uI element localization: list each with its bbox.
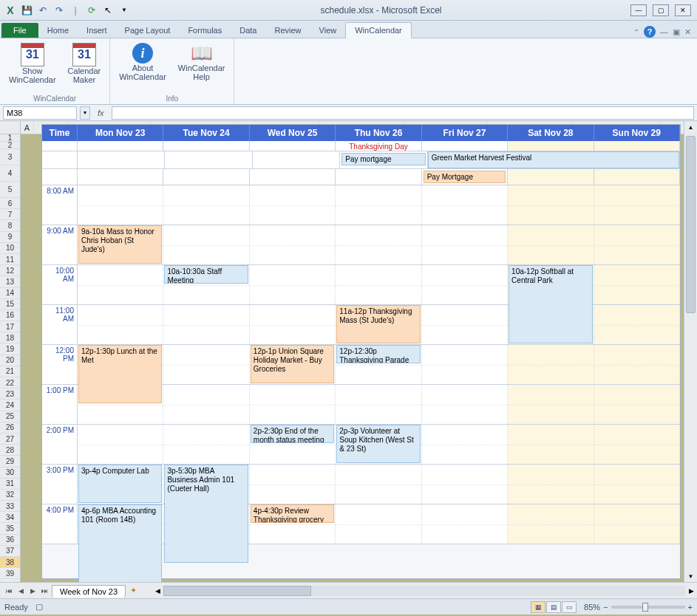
row-header[interactable]: 15	[0, 299, 20, 310]
mdi-minimize-icon[interactable]: —	[660, 27, 668, 36]
calendar-cell[interactable]	[594, 465, 680, 504]
calendar-cell[interactable]	[336, 465, 421, 504]
calendar-cell[interactable]	[422, 225, 508, 264]
row-header[interactable]: 36	[0, 535, 20, 546]
row-header[interactable]: 37	[0, 546, 20, 557]
appointment[interactable]: 2p-2:30p End of the month status meeting	[251, 425, 334, 443]
sheet-nav-prev[interactable]: ◀	[15, 585, 27, 597]
save-icon[interactable]: 💾	[19, 3, 34, 18]
row-header[interactable]: 5	[0, 182, 20, 198]
page-break-view-button[interactable]: ▭	[562, 601, 577, 613]
ribbon-minimize-icon[interactable]: ⌃	[633, 28, 639, 36]
allday-event[interactable]: Green Market Harvest Festival	[428, 151, 679, 168]
row-header[interactable]: 33	[0, 501, 20, 512]
calendar-cell[interactable]	[594, 425, 680, 464]
row-header[interactable]: 2	[0, 142, 20, 149]
calendar-cell[interactable]	[78, 425, 163, 464]
redo-icon[interactable]: ↷	[52, 3, 67, 18]
name-box[interactable]: M38	[3, 106, 77, 120]
zoom-in-button[interactable]: +	[688, 603, 693, 612]
row-header[interactable]: 6	[0, 198, 20, 209]
calendar-cell[interactable]: 12p-1p Union Square Holiday Market - Buy…	[250, 345, 336, 384]
calendar-cell[interactable]	[508, 425, 594, 464]
mdi-restore-icon[interactable]: ▣	[673, 27, 680, 37]
calendar-cell[interactable]	[163, 385, 249, 424]
calendar-cell[interactable]: 3p-5:30p MBA Business Admin 101 (Cueter …	[163, 465, 249, 504]
appointment[interactable]: 3p-4p Computer Lab	[78, 465, 162, 503]
worksheet-grid[interactable]: 1234567891011121314151617181920212223242…	[0, 121, 697, 582]
calendar-cell[interactable]	[250, 465, 336, 504]
select-all-cell[interactable]	[0, 121, 20, 134]
row-header[interactable]: 29	[0, 456, 20, 467]
calendar-cell[interactable]	[250, 385, 336, 424]
appointment[interactable]: 2p-3p Volunteer at Soup Kitchen (West St…	[336, 425, 420, 463]
calendar-cell[interactable]: 2p-3p Volunteer at Soup Kitchen (West St…	[336, 425, 421, 464]
row-header[interactable]: 14	[0, 288, 20, 299]
horizontal-scrollbar[interactable]: ◀ ▶	[152, 585, 697, 597]
row-header[interactable]: 11	[0, 254, 20, 265]
zoom-out-button[interactable]: −	[603, 603, 608, 612]
calendar-cell[interactable]	[78, 305, 163, 344]
row-header[interactable]: 35	[0, 523, 20, 534]
allday-event[interactable]: Pay Mortgage	[424, 171, 506, 183]
page-layout-view-button[interactable]: ▤	[546, 601, 561, 613]
calendar-cell[interactable]	[250, 305, 336, 344]
row-header[interactable]: 25	[0, 411, 20, 422]
row-header[interactable]: 9	[0, 232, 20, 243]
calendar-cell[interactable]	[250, 225, 336, 264]
fx-icon[interactable]: fx	[93, 109, 109, 117]
formula-input[interactable]	[112, 106, 694, 120]
calendar-cell[interactable]	[250, 265, 336, 304]
appointment[interactable]: 11a-12p Thanksgiving Mass (St Jude's)	[336, 305, 420, 343]
calendar-cell[interactable]	[78, 185, 163, 225]
tab-review[interactable]: Review	[265, 23, 310, 38]
calendar-cell[interactable]	[508, 465, 594, 504]
appointment[interactable]: 12p-12:30p Thanksgiving Parade	[336, 345, 420, 363]
macro-record-icon[interactable]: ▢	[35, 602, 43, 612]
row-header[interactable]: 28	[0, 445, 20, 456]
about-wincalendar-button[interactable]: i About WinCalendar	[115, 41, 171, 93]
calendar-cell[interactable]	[422, 465, 508, 504]
calendar-cell[interactable]: 9a-10a Mass to Honor Chris Hoban (St Jud…	[78, 225, 163, 264]
row-header[interactable]: 27	[0, 434, 20, 445]
tab-view[interactable]: View	[310, 23, 346, 38]
refresh-icon[interactable]: ⟳	[84, 3, 99, 18]
calendar-cell[interactable]	[508, 225, 594, 264]
calendar-cell[interactable]	[163, 345, 249, 384]
calendar-cell[interactable]	[594, 504, 680, 544]
calendar-cell[interactable]	[422, 305, 508, 344]
grid-main[interactable]: ABCDEFGHI Time Mon Nov 23 Tue Nov 24 Wed…	[21, 121, 684, 582]
calendar-cell[interactable]: 3p-4p Computer Lab	[78, 465, 163, 504]
calendar-cell[interactable]	[508, 504, 594, 544]
sheet-nav-next[interactable]: ▶	[27, 585, 38, 597]
row-header[interactable]: 32	[0, 490, 20, 501]
row-header[interactable]: 16	[0, 310, 20, 321]
calendar-cell[interactable]	[163, 305, 249, 344]
appointment[interactable]: 12p-1:30p Lunch at the Met	[78, 345, 162, 403]
calendar-cell[interactable]	[508, 345, 594, 384]
calendar-cell[interactable]	[422, 345, 508, 384]
calendar-cell[interactable]	[250, 185, 336, 225]
row-header[interactable]: 19	[0, 343, 20, 355]
excel-icon[interactable]: X	[3, 3, 18, 18]
appointment[interactable]: 10a-10:30a Staff Meeting	[164, 265, 248, 284]
row-header[interactable]: 22	[0, 377, 20, 389]
row-header[interactable]: 13	[0, 276, 20, 287]
appointment[interactable]: 3p-5:30p MBA Business Admin 101 (Cueter …	[164, 465, 248, 563]
scroll-right-icon[interactable]: ▶	[685, 585, 697, 597]
calendar-cell[interactable]	[508, 185, 594, 225]
calendar-cell[interactable]	[336, 185, 421, 225]
qat-dropdown-icon[interactable]: ▼	[117, 3, 132, 18]
close-button[interactable]: ✕	[675, 4, 691, 16]
calendar-cell[interactable]: 4p-6p MBA Accounting 101 (Room 14B)	[78, 504, 163, 544]
zoom-slider[interactable]	[611, 606, 685, 609]
row-header[interactable]: 7	[0, 209, 20, 220]
calendar-cell[interactable]: 10a-10:30a Staff Meeting	[163, 265, 249, 304]
calendar-cell[interactable]: 10a-12p Softball at Central Park	[508, 265, 594, 304]
show-wincalendar-button[interactable]: 31 Show WinCalendar	[4, 41, 61, 93]
sheet-tab[interactable]: Week of Nov 23	[52, 585, 126, 598]
appointment[interactable]: 9a-10a Mass to Honor Chris Hoban (St Jud…	[78, 225, 162, 264]
calendar-maker-button[interactable]: 31 Calendar Maker	[64, 41, 106, 93]
tab-home[interactable]: Home	[38, 23, 78, 38]
tab-data[interactable]: Data	[231, 23, 265, 38]
